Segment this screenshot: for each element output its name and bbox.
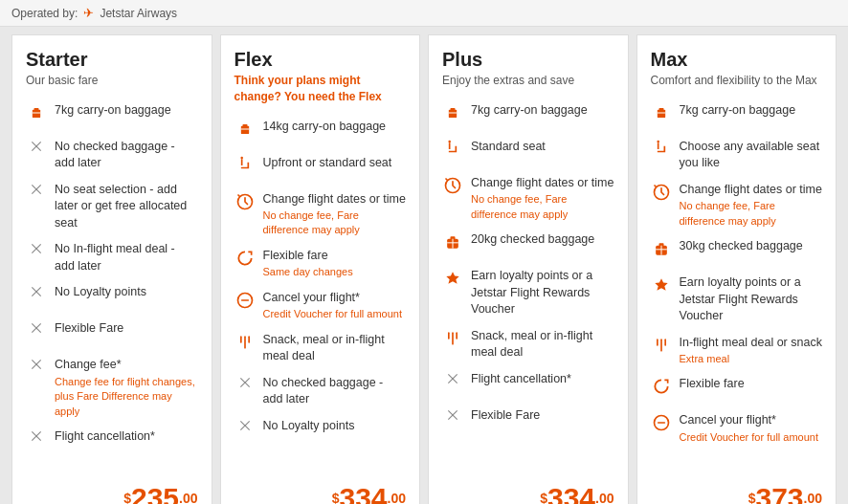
cards-container: StarterOur basic fare7kg carry-on baggag…: [0, 27, 848, 504]
card-title-flex: Flex: [234, 49, 407, 71]
price-row-plus: $334.00: [442, 474, 614, 504]
card-subtitle-starter: Our basic fare: [26, 73, 198, 89]
features-list-plus: 7kg carry-on baggageStandard seatChange …: [442, 102, 614, 465]
bag-icon: [651, 103, 672, 126]
feature-text: In-flight meal deal or snackExtra meal: [680, 335, 822, 367]
svg-rect-43: [456, 332, 457, 340]
feature-text: Change flight dates or timeNo change fee…: [680, 182, 823, 229]
feature-text: Standard seat: [471, 139, 546, 156]
feature-subtext: Change fee for flight changes, plus Fare…: [55, 375, 198, 419]
list-item: 7kg carry-on baggage: [651, 102, 823, 129]
list-item: No checked baggage - add later: [26, 139, 198, 172]
checked-bag-icon: [442, 232, 463, 255]
list-item: 7kg carry-on baggage: [442, 102, 614, 129]
feature-text: 14kg carry-on baggage: [263, 119, 387, 136]
card-title-plus: Plus: [442, 49, 614, 71]
checked-bag-icon: [651, 239, 672, 262]
feature-text: 7kg carry-on baggage: [55, 102, 171, 120]
list-item: Snack, meal or in-flight meal deal: [234, 332, 407, 365]
feature-text: Cancel your flight*Credit Voucher for fu…: [263, 290, 403, 322]
feature-text: 7kg carry-on baggage: [471, 102, 588, 120]
flex-icon: [651, 377, 672, 400]
list-item: Upfront or standard seat: [234, 155, 407, 182]
feature-text: No checked baggage - add later: [55, 139, 198, 172]
list-item: No In-flight meal deal - add later: [26, 241, 198, 274]
price-main: 334: [339, 482, 387, 504]
svg-line-53: [654, 185, 657, 187]
price-main: 334: [547, 482, 595, 504]
price-cents: .00: [595, 491, 614, 504]
feature-text: Snack, meal or in-flight meal deal: [263, 332, 407, 365]
feature-text: No Loyalty points: [55, 284, 146, 301]
svg-point-34: [448, 141, 451, 143]
feature-subtext: Credit Voucher for full amount: [680, 430, 819, 445]
svg-rect-1: [34, 108, 39, 111]
list-item: 14kg carry-on baggage: [234, 119, 407, 145]
feature-subtext: Same day changes: [263, 265, 353, 279]
svg-line-36: [446, 178, 449, 181]
feature-text: Change fee*Change fee for flight changes…: [55, 357, 198, 419]
list-item: Earn loyalty points or a Jetstar Flight …: [651, 274, 823, 325]
feature-text: 20kg checked baggage: [471, 231, 594, 249]
list-item: Flexible fare: [651, 376, 823, 403]
feature-text: No In-flight meal deal - add later: [55, 241, 198, 274]
svg-rect-49: [658, 108, 663, 111]
svg-rect-58: [660, 339, 662, 351]
price-main: 235: [131, 482, 179, 504]
operated-label: Operated by:: [11, 7, 78, 20]
list-item: Change flight dates or timeNo change fee…: [442, 175, 614, 222]
cross-icon: [26, 242, 47, 258]
feature-text: Flexible Fare: [471, 407, 540, 425]
cross-icon: [234, 419, 256, 435]
feature-text: No checked baggage - add later: [263, 375, 407, 408]
list-item: No checked baggage - add later: [234, 375, 407, 408]
svg-rect-25: [240, 336, 242, 343]
svg-rect-26: [248, 336, 250, 343]
feature-subtext: No change fee, Fare difference may apply: [680, 199, 823, 229]
list-item: 7kg carry-on baggage: [26, 102, 198, 129]
cross-icon: [26, 321, 47, 338]
seat-upfront-icon: [234, 156, 256, 179]
svg-point-51: [657, 141, 659, 143]
price-main: 373: [755, 482, 803, 504]
loyalty-icon: [442, 269, 463, 292]
list-item: Flexible Fare: [26, 320, 198, 347]
top-bar: Operated by: ✈ Jetstar Airways: [0, 0, 848, 27]
cross-icon: [234, 376, 256, 392]
bag-icon: [442, 103, 463, 126]
features-list-flex: 14kg carry-on baggageUpfront or standard…: [234, 119, 407, 465]
list-item: Snack, meal or in-flight meal deal: [442, 328, 614, 362]
card-subtitle-plus: Enjoy the extras and save: [442, 73, 614, 89]
card-title-starter: Starter: [26, 49, 198, 71]
bag-icon: [26, 103, 47, 126]
svg-point-20: [240, 156, 243, 159]
list-item: 20kg checked baggage: [442, 231, 614, 258]
cross-icon: [26, 140, 47, 156]
list-item: Flexible fareSame day changes: [234, 248, 407, 280]
list-item: Flight cancellation*: [26, 428, 198, 455]
feature-text: Flexible fare: [680, 376, 745, 393]
feature-text: Flexible Fare: [55, 320, 123, 338]
feature-text: Choose any available seat you like: [680, 139, 823, 172]
svg-rect-41: [452, 332, 454, 344]
list-item: 30kg checked baggage: [651, 238, 823, 265]
feature-text: Earn loyalty points or a Jetstar Flight …: [471, 268, 614, 318]
cross-icon: [442, 372, 463, 388]
list-item: Change flight dates or timeNo change fee…: [234, 191, 407, 238]
list-item: Change fee*Change fee for flight changes…: [26, 357, 198, 419]
svg-rect-60: [664, 339, 666, 346]
list-item: Flight cancellation*: [442, 371, 614, 398]
card-subtitle-max: Comfort and flexibility to the Max: [651, 73, 823, 89]
price-cents: .00: [179, 491, 197, 504]
seat-choose-icon: [651, 140, 672, 163]
svg-rect-59: [657, 339, 658, 346]
cross-icon: [442, 408, 463, 425]
cross-icon: [26, 429, 47, 446]
feature-text: No seat selection - add later or get fre…: [55, 182, 198, 232]
airline-name: Jetstar Airways: [100, 7, 177, 20]
feature-text: 7kg carry-on baggage: [680, 102, 796, 120]
feature-text: Earn loyalty points or a Jetstar Flight …: [680, 274, 823, 325]
feature-text: Flight cancellation*: [471, 371, 571, 388]
list-item: Cancel your flight*Credit Voucher for fu…: [234, 290, 407, 322]
price-dollar-sign: $: [540, 491, 547, 504]
